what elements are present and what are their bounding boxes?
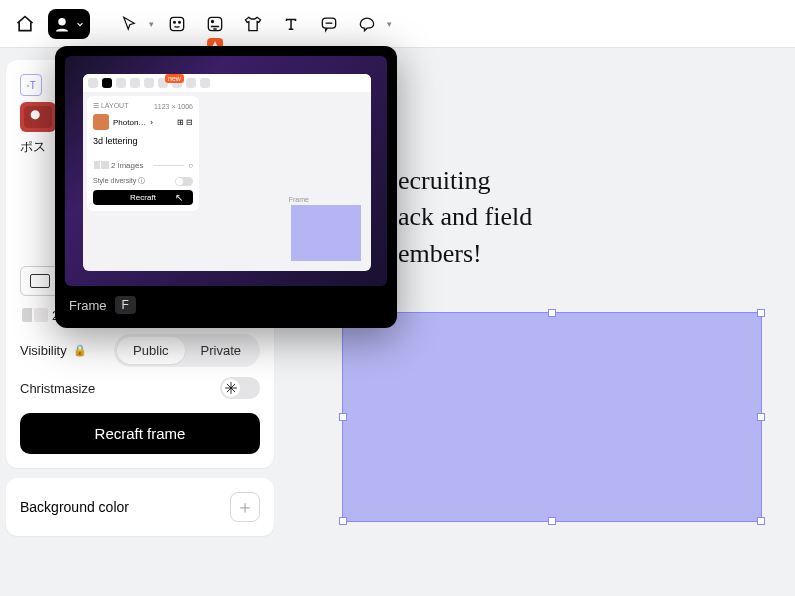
text-line-1: ecruiting <box>398 163 532 199</box>
home-button[interactable] <box>10 9 40 39</box>
image-count-swatches <box>20 306 44 324</box>
image-dropdown[interactable]: ▾ <box>387 19 392 29</box>
frame-tooltip: new ☰ LAYOUT1123 × 1006 Photon…›⊞ ⊟ 3d l… <box>55 46 397 328</box>
aspect-ratio-button[interactable] <box>20 266 60 296</box>
tooltip-preview: new ☰ LAYOUT1123 × 1006 Photon…›⊞ ⊟ 3d l… <box>65 56 387 286</box>
christmasize-label: Christmasize <box>20 381 95 396</box>
snowflake-icon <box>224 381 238 395</box>
frame-tool[interactable]: ▲ <box>200 9 230 39</box>
resize-handle-mr[interactable] <box>757 413 765 421</box>
resize-handle-ml[interactable] <box>339 413 347 421</box>
selected-frame[interactable] <box>342 312 762 522</box>
visibility-label: Visibility <box>20 343 67 358</box>
svg-point-0 <box>58 18 66 26</box>
visibility-private[interactable]: Private <box>185 337 257 364</box>
style-thumbnail[interactable] <box>20 102 56 132</box>
resize-handle-mb[interactable] <box>548 517 556 525</box>
add-background-button[interactable]: ＋ <box>230 492 260 522</box>
resize-handle-br[interactable] <box>757 517 765 525</box>
pointer-tool[interactable] <box>114 9 144 39</box>
toggle-knob <box>222 379 240 397</box>
image-tool[interactable] <box>352 9 382 39</box>
svg-point-5 <box>212 20 214 22</box>
recraft-frame-button[interactable]: Recraft frame <box>20 413 260 454</box>
resize-handle-tr[interactable] <box>757 309 765 317</box>
tooltip-shortcut: F <box>115 296 136 314</box>
face-tool[interactable] <box>162 9 192 39</box>
svg-point-2 <box>174 21 176 23</box>
style-icon[interactable]: ◦T <box>20 74 42 96</box>
background-color-label: Background color <box>20 499 129 515</box>
lock-icon: 🔒 <box>73 344 87 357</box>
canvas-heading: ecruiting ack and field embers! <box>398 163 532 272</box>
text-line-3: embers! <box>398 236 532 272</box>
background-color-panel: Background color ＋ <box>6 478 274 536</box>
resize-handle-mt[interactable] <box>548 309 556 317</box>
visibility-toggle[interactable]: Public Private <box>114 334 260 367</box>
christmasize-toggle[interactable] <box>220 377 260 399</box>
recraft-menu-button[interactable] <box>48 9 90 39</box>
pointer-dropdown[interactable]: ▾ <box>149 19 154 29</box>
svg-point-3 <box>179 21 181 23</box>
visibility-public[interactable]: Public <box>117 337 184 364</box>
text-line-2: ack and field <box>398 199 532 235</box>
tooltip-title: Frame <box>69 298 107 313</box>
resize-handle-bl[interactable] <box>339 517 347 525</box>
svg-rect-1 <box>170 17 183 30</box>
tshirt-tool[interactable] <box>238 9 268 39</box>
text-tool[interactable] <box>276 9 306 39</box>
top-toolbar: ▾ ▲ ▾ <box>0 0 795 48</box>
chat-tool[interactable] <box>314 9 344 39</box>
